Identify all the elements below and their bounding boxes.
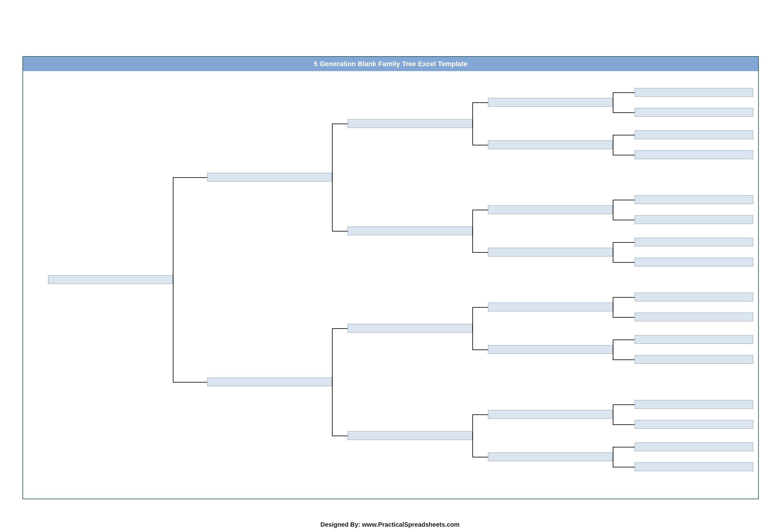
gen3-cell-1[interactable]: [348, 227, 472, 235]
gen3-cell-3[interactable]: [348, 431, 472, 440]
gen4-cell-3[interactable]: [488, 248, 613, 256]
connector: [613, 424, 635, 425]
gen4-cell-5[interactable]: [488, 345, 613, 354]
connector: [472, 457, 488, 457]
connector: [613, 242, 614, 262]
gen2-cell-1[interactable]: [207, 378, 332, 386]
gen3-cell-2[interactable]: [348, 324, 472, 333]
gen5-cell-12[interactable]: [635, 400, 753, 409]
connector: [472, 102, 488, 103]
gen4-cell-2[interactable]: [488, 205, 613, 214]
connector: [472, 307, 488, 308]
gen5-cell-8[interactable]: [635, 293, 753, 301]
connector: [613, 339, 614, 359]
connector: [613, 220, 635, 220]
connector: [613, 200, 635, 200]
connector: [332, 124, 348, 124]
gen5-cell-1[interactable]: [635, 108, 753, 117]
gen4-cell-0[interactable]: [488, 98, 613, 107]
connector: [472, 415, 488, 415]
connector: [472, 102, 473, 145]
connector: [613, 92, 635, 93]
connector: [613, 404, 635, 405]
gen4-cell-1[interactable]: [488, 140, 613, 149]
gen3-cell-0[interactable]: [348, 119, 472, 128]
connector: [472, 349, 488, 350]
gen5-cell-13[interactable]: [635, 420, 753, 429]
gen5-cell-9[interactable]: [635, 312, 753, 322]
connector: [472, 307, 473, 349]
connector: [613, 297, 635, 298]
footer-text: Designed By: www.PracticalSpreadsheets.c…: [321, 521, 459, 528]
title-text: 5 Generation Blank Family Tree Excel Tem…: [314, 60, 468, 68]
connector: [613, 317, 635, 318]
connector: [472, 252, 488, 253]
connector: [613, 467, 635, 468]
connector: [173, 382, 207, 383]
gen5-cell-2[interactable]: [635, 131, 753, 139]
gen5-cell-0[interactable]: [635, 88, 753, 97]
connector: [173, 177, 207, 178]
connector: [613, 135, 635, 135]
connector: [332, 328, 348, 329]
gen5-cell-7[interactable]: [635, 258, 753, 267]
gen4-cell-6[interactable]: [488, 410, 613, 419]
gen5-cell-4[interactable]: [635, 195, 753, 204]
connector: [173, 177, 174, 382]
connector: [472, 145, 488, 145]
connector: [613, 200, 614, 220]
connector: [613, 262, 635, 263]
connector: [613, 447, 614, 467]
gen5-cell-3[interactable]: [635, 150, 753, 159]
connector: [613, 359, 635, 360]
connector: [472, 415, 473, 457]
title-bar: 5 Generation Blank Family Tree Excel Tem…: [23, 57, 758, 71]
connector: [613, 155, 635, 155]
connector: [332, 328, 333, 436]
connector: [613, 339, 635, 340]
connector: [472, 210, 473, 252]
connector: [613, 92, 614, 112]
connector: [613, 112, 635, 113]
template-frame: 5 Generation Blank Family Tree Excel Tem…: [22, 56, 759, 499]
gen1-cell-0[interactable]: [48, 275, 173, 284]
connector: [332, 124, 333, 231]
connector: [613, 404, 614, 424]
gen4-cell-7[interactable]: [488, 452, 613, 461]
gen5-cell-10[interactable]: [635, 335, 753, 344]
gen5-cell-15[interactable]: [635, 463, 753, 471]
connector: [613, 297, 614, 317]
connector: [332, 231, 348, 232]
gen5-cell-11[interactable]: [635, 355, 753, 364]
gen5-cell-5[interactable]: [635, 215, 753, 224]
gen5-cell-14[interactable]: [635, 442, 753, 451]
connector: [613, 135, 614, 155]
connector: [472, 210, 488, 210]
connector: [613, 242, 635, 243]
connector: [613, 447, 635, 447]
gen5-cell-6[interactable]: [635, 238, 753, 246]
gen4-cell-4[interactable]: [488, 303, 613, 311]
connector: [332, 436, 348, 436]
gen2-cell-0[interactable]: [207, 173, 332, 182]
footer-credit: Designed By: www.PracticalSpreadsheets.c…: [0, 521, 780, 528]
